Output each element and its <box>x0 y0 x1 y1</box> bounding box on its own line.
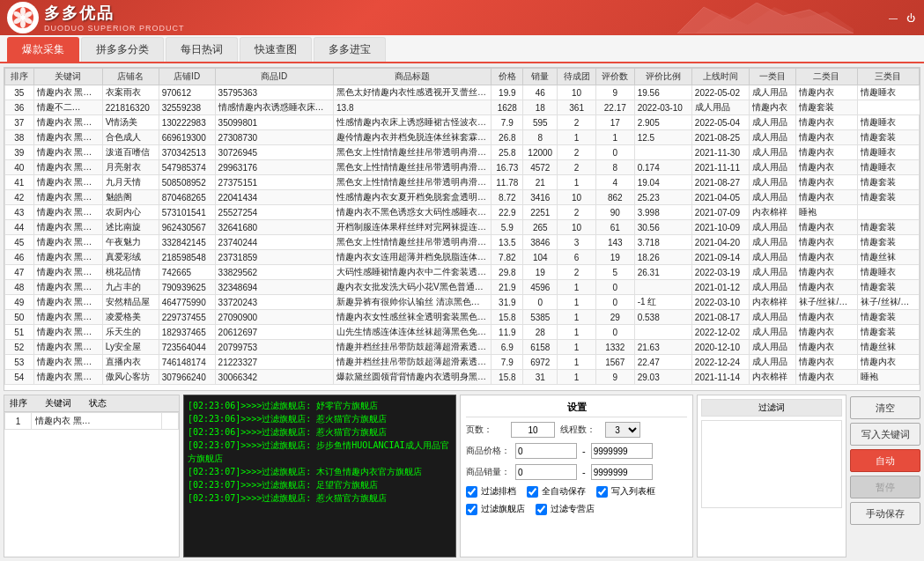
status-header: 排序 关键词 状态 <box>4 395 179 412</box>
filter-flagship-checkbox: 过滤旗舰店 <box>466 503 525 515</box>
table-row: 39情趣内衣 黑…泼道百嗜信37034251330726945黑色女上性情情趣丝… <box>5 145 920 160</box>
col-shop-id: 店铺ID <box>159 69 215 85</box>
price-label: 商品价格： <box>466 445 510 457</box>
tab-bar: 爆款采集 拼多多分类 每日热词 快速查图 多多进宝 <box>0 35 924 63</box>
table-body: 35情趣内衣 黑…衣案雨衣97061235795363黑色太好情趣内衣性感透视开… <box>5 85 920 385</box>
cb-filter-flagship[interactable] <box>466 504 477 515</box>
table-row: 48情趣内衣 黑…九占丰的79093962532348694趣内衣女批发洗大码小… <box>5 280 920 295</box>
log-line: [02:23:06]>>>>过滤旗舰店: 惹火猫官方旗舰店 <box>188 412 452 425</box>
minimize-button[interactable]: — <box>887 11 899 24</box>
table-row: 52情趣内衣 黑…Ly安全屋72356404420799753情趣并档丝挂吊带防… <box>5 340 920 355</box>
col-product-id: 商品ID <box>215 69 333 85</box>
log-line: [02:23:07]>>>>过滤旗舰店: 步步鱼情HUOLANCIAI成人用品官… <box>188 439 452 465</box>
status-row: 1 情趣内衣 黑… <box>5 413 179 430</box>
col-reviews: 评价数 <box>595 69 634 85</box>
app-title: 多多优品 <box>44 3 185 24</box>
table-row: 42情趣内衣 黑…魅皓阁87046826522041434性感情趣内衣女夏开档免… <box>5 190 920 205</box>
logo-area: 多多优品 DUODUO SUPERIOR PRODUCT <box>7 2 185 33</box>
clear-button[interactable]: 清空 <box>850 396 920 419</box>
cb-write-list[interactable] <box>596 486 608 498</box>
col-review-ratio: 评价比例 <box>634 69 691 85</box>
settings-panel: 设置 页数： 线程数： 3125 商品价格： - 商品 <box>460 395 693 557</box>
table-row: 43情趣内衣 黑…农厨内心57310154125527254情趣内衣不黑色诱惑女… <box>5 205 920 220</box>
bottom-status-panel: 排序 关键词 状态 1 情趣内衣 黑… <box>4 395 180 557</box>
page-label: 页数： <box>466 424 506 436</box>
qty-row: 商品销量： - <box>466 464 687 480</box>
table-row: 41情趣内衣 黑…九月天情50850895227375151黑色女上性情情趣丝挂… <box>5 175 920 190</box>
table-row: 35情趣内衣 黑…衣案雨衣97061235795363黑色太好情趣内衣性感透视开… <box>5 85 920 100</box>
title-bar: 多多优品 DUODUO SUPERIOR PRODUCT — ⏻ <box>0 0 924 35</box>
table-row: 36情趣不二…22181632032559238情感情趣内衣诱惑睡衣床上工装训衣… <box>5 100 920 115</box>
logo-text: 多多优品 DUODUO SUPERIOR PRODUCT <box>44 3 185 33</box>
col-keyword: 关键词 <box>33 69 102 85</box>
col-shop: 店铺名 <box>102 69 159 85</box>
table-row: 46情趣内衣 黑…真爱彩绒21859854823731859情趣内衣女连用超薄并… <box>5 250 920 265</box>
filter-panel: 过滤词 <box>697 395 846 557</box>
table-area: 排序 关键词 店铺名 店铺ID 商品ID 商品标题 价格 销量 待成团 评价数 … <box>4 67 920 391</box>
col-pending: 待成团 <box>558 69 596 85</box>
log-line: [02:23:07]>>>>过滤旗舰店: 惹火猫官方旗舰店 <box>188 491 452 505</box>
checkbox-row2: 过滤旗舰店 过滤专营店 <box>466 503 687 515</box>
table-row: 53情趣内衣 黑…直播内衣74614817421223327情趣并档丝挂吊带防鼓… <box>5 355 920 370</box>
log-line: [02:23:06]>>>>过滤旗舰店: 妤零官方旗舰店 <box>188 399 452 412</box>
col-cat1: 一类目 <box>750 69 796 85</box>
power-button[interactable]: ⏻ <box>905 11 917 24</box>
col-cat3: 三类目 <box>857 69 919 85</box>
auto-button[interactable]: 自动 <box>850 449 920 472</box>
log-line: [02:23:07]>>>>过滤旗舰店: 木订鱼情趣内衣官方旗舰店 <box>188 465 452 478</box>
col-online-time: 上线时间 <box>691 69 749 85</box>
cb-filter-official[interactable] <box>536 504 547 515</box>
col-title: 商品标题 <box>334 69 492 85</box>
table-row: 50情趣内衣 黑…凌爱格美22973745527090900情趣内衣女性感丝袜全… <box>5 310 920 325</box>
pause-button[interactable]: 暂停 <box>850 476 920 498</box>
bottom-area: 排序 关键词 状态 1 情趣内衣 黑… [02:23:06]>>>>过滤旗舰店:… <box>4 395 920 557</box>
title-decoration <box>677 0 854 35</box>
tab-jinbao[interactable]: 多多进宝 <box>314 37 386 62</box>
filter-scroll[interactable] <box>701 420 842 508</box>
price-min-input[interactable] <box>515 443 577 459</box>
main-content: 排序 关键词 店铺名 店铺ID 商品ID 商品标题 价格 销量 待成团 评价数 … <box>0 63 924 561</box>
status-table: 1 情趣内衣 黑… <box>4 412 179 430</box>
qty-min-input[interactable] <box>515 464 577 480</box>
table-row: 47情趣内衣 黑…桃花品情74266533829562大码性感睡裙情趣内衣中二件… <box>5 265 920 280</box>
qty-max-input[interactable] <box>591 464 653 480</box>
checkbox-row1: 过滤排档 全自动保存 写入列表框 <box>466 485 687 498</box>
price-max-input[interactable] <box>591 443 653 459</box>
tab-collect[interactable]: 爆款采集 <box>7 37 79 62</box>
table-row: 37情趣内衣 黑…V情汤美13022298335099801性感情趣内衣床上诱惑… <box>5 115 920 130</box>
write-list-checkbox: 写入列表框 <box>596 485 655 498</box>
log-panel[interactable]: [02:23:06]>>>>过滤旗舰店: 妤零官方旗舰店[02:23:06]>>… <box>183 395 456 557</box>
log-line: [02:23:06]>>>>过滤旗舰店: 惹火猫官方旗舰店 <box>188 425 452 439</box>
thread-select[interactable]: 3125 <box>605 422 640 438</box>
bottom-right: 设置 页数： 线程数： 3125 商品价格： - 商品 <box>460 395 920 557</box>
manual-save-button[interactable]: 手动保存 <box>850 502 920 525</box>
svg-marker-9 <box>695 7 854 33</box>
col-cat2: 二类目 <box>795 69 857 85</box>
table-row: 54情趣内衣 黑…傲风心客坊30796624030066342爆款黛丝圆领背背情… <box>5 370 920 385</box>
table-scroll[interactable]: 排序 关键词 店铺名 店铺ID 商品ID 商品标题 价格 销量 待成团 评价数 … <box>4 68 920 390</box>
settings-title: 设置 <box>466 401 687 417</box>
tab-quick-search[interactable]: 快速查图 <box>240 37 312 62</box>
price-row: 商品价格： - <box>466 443 687 459</box>
tab-category[interactable]: 拼多多分类 <box>81 37 164 62</box>
log-line: [02:23:07]>>>>过滤旗舰店: 足望官方旗舰店 <box>188 478 452 491</box>
data-table: 排序 关键词 店铺名 店铺ID 商品ID 商品标题 价格 销量 待成团 评价数 … <box>4 68 920 385</box>
title-bar-left: 多多优品 DUODUO SUPERIOR PRODUCT <box>7 2 185 33</box>
svg-point-7 <box>20 15 26 20</box>
col-index: 排序 <box>5 69 34 85</box>
table-header-row: 排序 关键词 店铺名 店铺ID 商品ID 商品标题 价格 销量 待成团 评价数 … <box>5 69 920 85</box>
table-row: 51情趣内衣 黑…乐天生的18293746520612697山先生情感连体连体丝… <box>5 325 920 340</box>
logo-icon <box>7 2 39 33</box>
page-input[interactable] <box>511 422 555 438</box>
table-row: 40情趣内衣 黑…月亮射衣54798537429963176黑色女上性情情趣丝挂… <box>5 160 920 175</box>
filter-repeat-checkbox: 过滤排档 <box>466 485 516 498</box>
cb-filter-repeat[interactable] <box>466 486 477 498</box>
table-row: 38情趣内衣 黑…合色成人66961930027308730趣伶情趣内衣并档免脱… <box>5 130 920 145</box>
tab-hot-words[interactable]: 每日热词 <box>166 37 238 62</box>
col-sales: 销量 <box>523 69 558 85</box>
import-button[interactable]: 写入关键词 <box>850 423 920 446</box>
table-row: 44情趣内衣 黑…述比南旋96243056732641680开档制服连体果样丝绊… <box>5 220 920 235</box>
table-row: 49情趣内衣 黑…安然精品屋46477599033720243新趣异裤有很帅你认… <box>5 295 920 310</box>
title-bar-controls: — ⏻ <box>887 11 917 24</box>
cb-auto-save[interactable] <box>527 486 538 498</box>
